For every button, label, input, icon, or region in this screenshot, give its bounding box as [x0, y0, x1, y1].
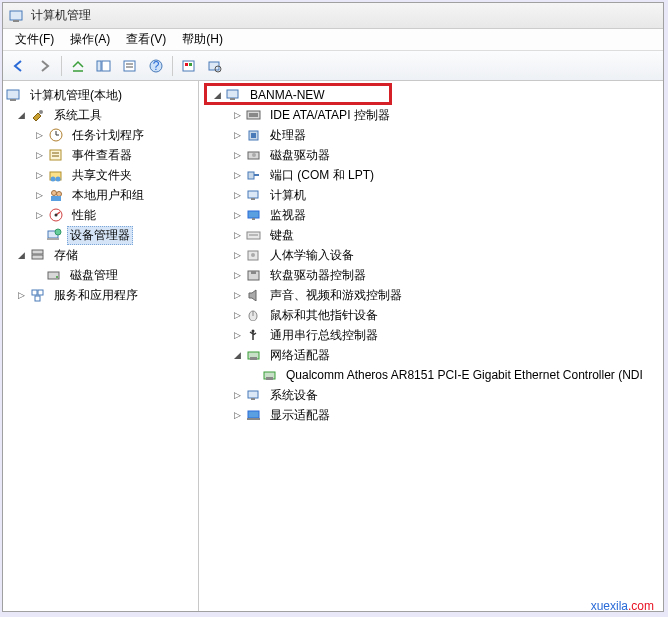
device-computer[interactable]: ▷ 计算机	[199, 185, 663, 205]
expander-icon[interactable]: ▷	[33, 149, 45, 161]
help-button[interactable]: ?	[144, 54, 168, 78]
tree-label: 任务计划程序	[69, 126, 147, 145]
tree-services-apps[interactable]: ▷ 服务和应用程序	[3, 285, 198, 305]
expander-icon[interactable]: ▷	[231, 189, 243, 201]
tree-label: 监视器	[267, 206, 309, 225]
device-ide[interactable]: ▷ IDE ATA/ATAPI 控制器	[199, 105, 663, 125]
device-display[interactable]: ▷ 显示适配器	[199, 405, 663, 425]
expander-icon[interactable]: ▷	[15, 289, 27, 301]
menu-action[interactable]: 操作(A)	[62, 29, 118, 50]
tree-device-manager[interactable]: 设备管理器	[3, 225, 198, 245]
expander-icon[interactable]: ▷	[231, 269, 243, 281]
menu-help[interactable]: 帮助(H)	[174, 29, 231, 50]
toolbar: ?	[3, 51, 663, 81]
expander-icon[interactable]: ▷	[231, 169, 243, 181]
right-tree-pane[interactable]: ◢ BANMA-NEW ▷ IDE ATA/ATAPI 控制器 ▷ 处理器 ▷ …	[199, 81, 663, 611]
nic-icon	[261, 367, 279, 383]
svg-point-57	[251, 253, 255, 257]
watermark-b: .com	[628, 599, 654, 613]
expander-icon[interactable]: ◢	[211, 89, 223, 101]
show-hide-tree-button[interactable]	[92, 54, 116, 78]
tree-label: 显示适配器	[267, 406, 333, 425]
svg-rect-32	[47, 238, 59, 240]
scan-button[interactable]	[203, 54, 227, 78]
tree-label: 共享文件夹	[69, 166, 135, 185]
expander-icon[interactable]: ▷	[231, 209, 243, 221]
device-network[interactable]: ◢ 网络适配器	[199, 345, 663, 365]
expander-icon[interactable]: ▷	[231, 329, 243, 341]
device-cpu[interactable]: ▷ 处理器	[199, 125, 663, 145]
expander-icon[interactable]: ▷	[231, 389, 243, 401]
tree-event-viewer[interactable]: ▷ 事件查看器	[3, 145, 198, 165]
device-keyboards[interactable]: ▷ 键盘	[199, 225, 663, 245]
window-title: 计算机管理	[31, 7, 91, 24]
device-hid[interactable]: ▷ 人体学输入设备	[199, 245, 663, 265]
expander-icon[interactable]: ▷	[231, 249, 243, 261]
up-button[interactable]	[66, 54, 90, 78]
svg-point-33	[55, 229, 61, 235]
svg-rect-14	[7, 90, 19, 99]
expander-icon[interactable]: ▷	[231, 109, 243, 121]
expander-icon[interactable]: ▷	[33, 129, 45, 141]
tree-local-users[interactable]: ▷ 本地用户和组	[3, 185, 198, 205]
svg-rect-53	[252, 218, 255, 220]
keyboard-icon	[245, 227, 263, 243]
svg-rect-46	[251, 133, 256, 138]
expander-icon[interactable]: ▷	[231, 129, 243, 141]
content-area: 计算机管理(本地) ◢ 系统工具 ▷ 任务计划程序 ▷ 事件查看器 ▷ 共享文件…	[3, 81, 663, 611]
expander-icon[interactable]: ▷	[231, 149, 243, 161]
expander-icon[interactable]: ▷	[231, 229, 243, 241]
expander-icon[interactable]: ◢	[15, 249, 27, 261]
tree-label: 性能	[69, 206, 99, 225]
expander-icon[interactable]: ▷	[231, 289, 243, 301]
svg-point-37	[56, 276, 58, 278]
device-usb[interactable]: ▷ 通用串行总线控制器	[199, 325, 663, 345]
tree-label: 处理器	[267, 126, 309, 145]
expander-icon[interactable]: ▷	[33, 209, 45, 221]
floppy-icon	[245, 267, 263, 283]
tree-performance[interactable]: ▷ 性能	[3, 205, 198, 225]
tree-label: 网络适配器	[267, 346, 333, 365]
svg-point-27	[57, 192, 62, 197]
device-sound[interactable]: ▷ 声音、视频和游戏控制器	[199, 285, 663, 305]
device-root[interactable]: ◢ BANMA-NEW	[199, 85, 663, 105]
properties-button[interactable]	[118, 54, 142, 78]
expander-icon[interactable]: ▷	[231, 409, 243, 421]
tree-label: 通用串行总线控制器	[267, 326, 381, 345]
tree-label: 设备管理器	[67, 226, 133, 245]
menu-file[interactable]: 文件(F)	[7, 29, 62, 50]
svg-rect-66	[266, 377, 273, 380]
left-tree-pane[interactable]: 计算机管理(本地) ◢ 系统工具 ▷ 任务计划程序 ▷ 事件查看器 ▷ 共享文件…	[3, 81, 199, 611]
event-icon	[47, 147, 65, 163]
tree-disk-management[interactable]: 磁盘管理	[3, 265, 198, 285]
performance-icon	[47, 207, 65, 223]
back-button[interactable]	[7, 54, 31, 78]
tree-task-scheduler[interactable]: ▷ 任务计划程序	[3, 125, 198, 145]
tree-label: 存储	[51, 246, 81, 265]
tree-shared-folders[interactable]: ▷ 共享文件夹	[3, 165, 198, 185]
device-ports[interactable]: ▷ 端口 (COM 和 LPT)	[199, 165, 663, 185]
expander-icon[interactable]: ▷	[33, 169, 45, 181]
tools-icon	[29, 107, 47, 123]
titlebar: 计算机管理	[3, 3, 663, 29]
device-mouse[interactable]: ▷ 鼠标和其他指针设备	[199, 305, 663, 325]
expander-icon[interactable]: ▷	[231, 309, 243, 321]
expander-icon[interactable]: ◢	[231, 349, 243, 361]
forward-button[interactable]	[33, 54, 57, 78]
tree-root-computer-mgmt[interactable]: 计算机管理(本地)	[3, 85, 198, 105]
watermark-a: xuexila	[591, 599, 628, 613]
menu-view[interactable]: 查看(V)	[118, 29, 174, 50]
device-disk-drives[interactable]: ▷ 磁盘驱动器	[199, 145, 663, 165]
tree-label: 本地用户和组	[69, 186, 147, 205]
device-system[interactable]: ▷ 系统设备	[199, 385, 663, 405]
expander-icon[interactable]: ▷	[33, 189, 45, 201]
expander-icon[interactable]: ◢	[15, 109, 27, 121]
tree-storage[interactable]: ◢ 存储	[3, 245, 198, 265]
network-icon	[245, 347, 263, 363]
tree-system-tools[interactable]: ◢ 系统工具	[3, 105, 198, 125]
refresh-button[interactable]	[177, 54, 201, 78]
device-monitors[interactable]: ▷ 监视器	[199, 205, 663, 225]
device-floppy-ctrl[interactable]: ▷ 软盘驱动器控制器	[199, 265, 663, 285]
device-nic[interactable]: Qualcomm Atheros AR8151 PCI-E Gigabit Et…	[199, 365, 663, 385]
watermark: xuexila.com	[591, 592, 654, 615]
